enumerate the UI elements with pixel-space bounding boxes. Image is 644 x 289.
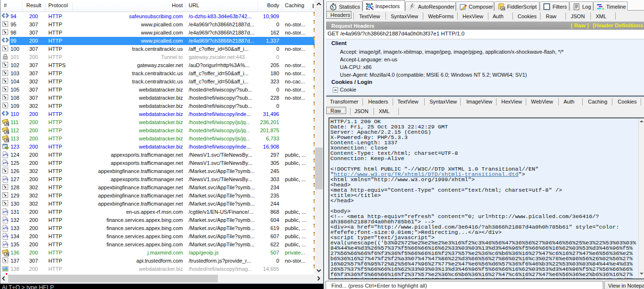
svg-text:<*>: <*> (3, 210, 9, 214)
svg-text:<*>: <*> (3, 234, 9, 239)
svg-text:<*>: <*> (3, 153, 9, 157)
svg-text:JS: JS (5, 253, 9, 256)
svg-text:JS: JS (5, 122, 9, 126)
svg-text:JS: JS (5, 130, 9, 134)
svg-text:JS: JS (501, 7, 505, 10)
svg-text:<*>: <*> (3, 243, 9, 247)
svg-text:<*>: <*> (3, 177, 9, 182)
svg-text:JS: JS (5, 139, 9, 142)
svg-text:<*>: <*> (3, 218, 9, 222)
svg-text:<*>: <*> (3, 226, 9, 231)
svg-text:<*>: <*> (3, 161, 9, 165)
